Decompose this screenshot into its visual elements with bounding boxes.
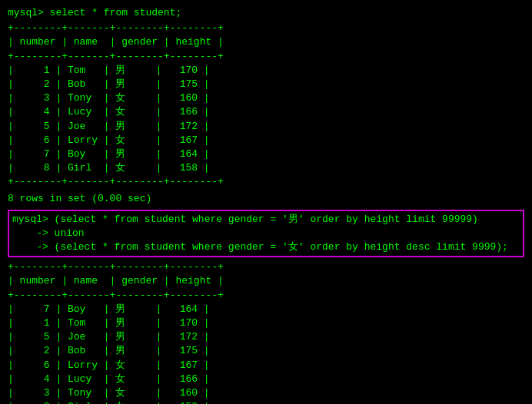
rows-info-1: 8 rows in set (0.00 sec): [8, 192, 524, 206]
table1: +--------+-------+--------+--------+ | n…: [8, 22, 524, 189]
table-row: | 7 | Boy | 男 | 164 |: [8, 147, 524, 161]
table2-header: | number | name | gender | height |: [8, 274, 524, 288]
table2: +--------+-------+--------+--------+ | n…: [8, 260, 524, 404]
prompt-line-1: mysql> select * from student;: [8, 6, 524, 20]
table-row: | 1 | Tom | 男 | 170 |: [8, 316, 524, 330]
table-row: | 2 | Bob | 男 | 175 |: [8, 344, 524, 358]
table2-border-top: +--------+-------+--------+--------+: [8, 260, 524, 274]
table-row: | 2 | Bob | 男 | 175 |: [8, 78, 524, 91]
table-row: | 1 | Tom | 男 | 170 |: [8, 64, 524, 78]
table-row: | 5 | Joe | 男 | 172 |: [8, 330, 524, 344]
table1-border-bot: +--------+-------+--------+--------+: [8, 175, 524, 189]
table1-border-mid: +--------+-------+--------+--------+: [8, 50, 524, 64]
table2-border-mid: +--------+-------+--------+--------+: [8, 289, 524, 303]
query-line-1: -> union: [9, 227, 523, 240]
table-row: | 6 | Lorry | 女 | 167 |: [8, 359, 524, 373]
table-row: | 7 | Boy | 男 | 164 |: [8, 303, 524, 316]
table-row: | 5 | Joe | 男 | 172 |: [8, 120, 524, 134]
table-row: | 6 | Lorry | 女 | 167 |: [8, 134, 524, 147]
table-row: | 8 | Girl | 女 | 158 |: [8, 400, 524, 404]
query-lines: mysql> (select * from student where gend…: [9, 213, 523, 255]
table-row: | 4 | Lucy | 女 | 166 |: [8, 373, 524, 386]
table1-rows: | 1 | Tom | 男 | 170 || 2 | Bob | 男 | 175…: [8, 64, 524, 176]
table-row: | 3 | Tony | 女 | 160 |: [8, 386, 524, 400]
table1-border-top: +--------+-------+--------+--------+: [8, 22, 524, 35]
table-row: | 8 | Girl | 女 | 158 |: [8, 161, 524, 175]
query-line-2: -> (select * from student where gender =…: [9, 240, 523, 254]
highlight-query-box: mysql> (select * from student where gend…: [8, 210, 524, 258]
query-line-0: mysql> (select * from student where gend…: [9, 213, 523, 227]
table1-header: | number | name | gender | height |: [8, 35, 524, 49]
table-row: | 4 | Lucy | 女 | 166 |: [8, 105, 524, 119]
table2-rows: | 7 | Boy | 男 | 164 || 1 | Tom | 男 | 170…: [8, 303, 524, 404]
table-row: | 3 | Tony | 女 | 160 |: [8, 91, 524, 105]
